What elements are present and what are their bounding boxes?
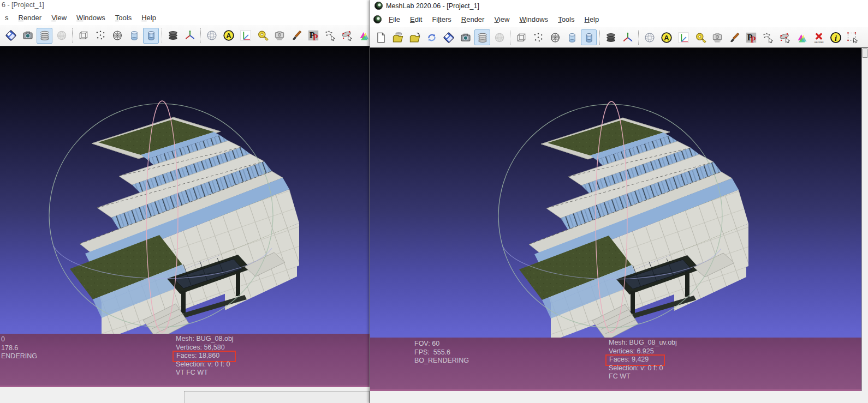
layer-stack-button[interactable] (603, 29, 619, 45)
layers-icon (39, 29, 51, 41)
points-icon (94, 29, 106, 41)
screen-select-button[interactable] (845, 29, 860, 45)
snapshot-button[interactable] (20, 28, 35, 44)
hud-line: Selection: v: 0 f: 0 (176, 360, 236, 369)
layers-button[interactable] (474, 29, 490, 45)
raster-align-button[interactable] (271, 28, 287, 44)
pp-tool-button[interactable]: PP (743, 29, 759, 45)
colorize-icon (358, 29, 370, 41)
info-button[interactable]: i (828, 29, 843, 45)
menu-item-tools[interactable]: Tools (553, 14, 579, 25)
measure-tape-button[interactable] (692, 29, 708, 45)
new-document-button[interactable] (373, 29, 389, 45)
snapshot-button[interactable] (457, 29, 473, 45)
bbox-button[interactable] (75, 28, 91, 44)
menu-item-render[interactable]: Render (14, 12, 47, 23)
pp-tool-icon: PP (307, 29, 319, 41)
hud-mesh-stats: Mesh: BUG_08.objVertices: 56,580Faces: 1… (176, 335, 236, 377)
flat-shading-button[interactable] (126, 28, 142, 44)
menu-item-s[interactable]: s (0, 12, 14, 23)
smooth-shading-button[interactable] (143, 28, 159, 44)
align-tool-button[interactable] (339, 28, 355, 44)
bbox-button[interactable] (513, 29, 529, 45)
import-mesh-button[interactable] (407, 29, 423, 45)
building-mesh-model[interactable] (477, 85, 760, 364)
building-mesh-model[interactable] (27, 85, 311, 364)
texture-globe-button (53, 28, 69, 44)
smooth-shading-icon (145, 29, 157, 41)
window-title: 6 - [Project_1] (2, 1, 44, 9)
wireframe-button[interactable] (109, 28, 125, 44)
reload-icon (426, 32, 438, 44)
viewport-3d[interactable]: FOV: 60FPS: 555.6BO_RENDERING Mesh: BUG_… (370, 48, 861, 391)
scroll-thumb[interactable] (863, 49, 867, 58)
meshlab-logo-icon (374, 2, 383, 10)
transform-axes-button[interactable] (182, 28, 198, 44)
hud-line: 178.6 (1, 344, 37, 353)
hud-line: ENDERING (1, 352, 37, 361)
right-scroll-strip[interactable] (861, 48, 868, 391)
points-button[interactable] (92, 28, 108, 44)
smooth-shading-button[interactable] (581, 29, 597, 45)
radiance-icon (324, 29, 336, 41)
transform-axes-button[interactable] (620, 29, 635, 45)
menubar: sRenderViewWindowsToolsHelp (0, 10, 370, 25)
window-title: MeshLab 2020.06 - [Project_1] (386, 2, 479, 10)
measure-tape-icon (694, 32, 706, 44)
axis-triad-button[interactable] (237, 28, 253, 44)
hud-render-stats: 0178.6ENDERING (1, 335, 37, 361)
colorize-button[interactable] (794, 29, 810, 45)
menu-item-render[interactable]: Render (456, 14, 490, 25)
paint-brush-button[interactable] (726, 29, 742, 45)
text-annotation-icon: A (661, 32, 673, 44)
points-button[interactable] (530, 29, 546, 45)
menu-item-filters[interactable]: Filters (427, 14, 456, 25)
menu-item-view[interactable]: View (46, 12, 72, 23)
viewport-info-band: 0178.6ENDERING Mesh: BUG_08.objVertices:… (0, 334, 370, 387)
menu-item-tools[interactable]: Tools (110, 12, 136, 23)
save-button[interactable] (441, 29, 456, 45)
layers-button[interactable] (37, 28, 52, 44)
pp-tool-button[interactable]: PP (305, 28, 321, 44)
titlebar[interactable]: MeshLab 2020.06 - [Project_1] (370, 0, 868, 11)
wireframe-button[interactable] (547, 29, 563, 45)
svg-text:A: A (226, 32, 231, 40)
georef-button[interactable]: GEOREF (811, 29, 827, 45)
menu-item-file[interactable]: File (384, 14, 405, 25)
measure-tape-icon (257, 29, 269, 41)
trackball-icon (206, 29, 218, 41)
titlebar[interactable]: 6 - [Project_1] (0, 0, 370, 10)
menu-item-view[interactable]: View (489, 14, 514, 25)
radiance-button[interactable] (760, 29, 776, 45)
radiance-button[interactable] (322, 28, 338, 44)
axis-triad-button[interactable] (675, 29, 691, 45)
flat-shading-button[interactable] (564, 29, 580, 45)
menu-item-windows[interactable]: Windows (72, 12, 110, 23)
raster-align-button[interactable] (709, 29, 725, 45)
menu-item-help[interactable]: Help (579, 14, 604, 25)
open-project-button[interactable] (390, 29, 406, 45)
align-tool-button[interactable] (777, 29, 793, 45)
trackball-button[interactable] (641, 29, 657, 45)
text-annotation-button[interactable]: A (658, 29, 674, 45)
menu-item-windows[interactable]: Windows (514, 14, 553, 25)
text-annotation-button[interactable]: A (221, 28, 236, 44)
hud-line: FOV: 60 (414, 340, 469, 348)
screen-select-icon (847, 32, 859, 44)
layer-stack-button[interactable] (165, 28, 181, 44)
paint-brush-button[interactable] (288, 28, 304, 44)
radiance-icon (762, 32, 774, 44)
layers-icon (477, 32, 489, 44)
save-button[interactable] (3, 28, 19, 44)
reload-button[interactable] (424, 29, 439, 45)
toolbar: APPGEOREFi (370, 27, 868, 48)
menu-item-help[interactable]: Help (136, 12, 161, 23)
viewport-info-band: FOV: 60FPS: 555.6BO_RENDERING Mesh: BUG_… (370, 338, 861, 391)
hud-mesh-stats: Mesh: BUG_08_uv.objVertices: 6.925Faces:… (609, 339, 677, 381)
bottom-bar (370, 391, 868, 403)
measure-tape-button[interactable] (254, 28, 270, 44)
trackball-button[interactable] (204, 28, 219, 44)
paint-brush-icon (728, 32, 740, 44)
viewport-3d[interactable]: 0178.6ENDERING Mesh: BUG_08.objVertices:… (0, 46, 370, 387)
menu-item-edit[interactable]: Edit (405, 14, 427, 25)
